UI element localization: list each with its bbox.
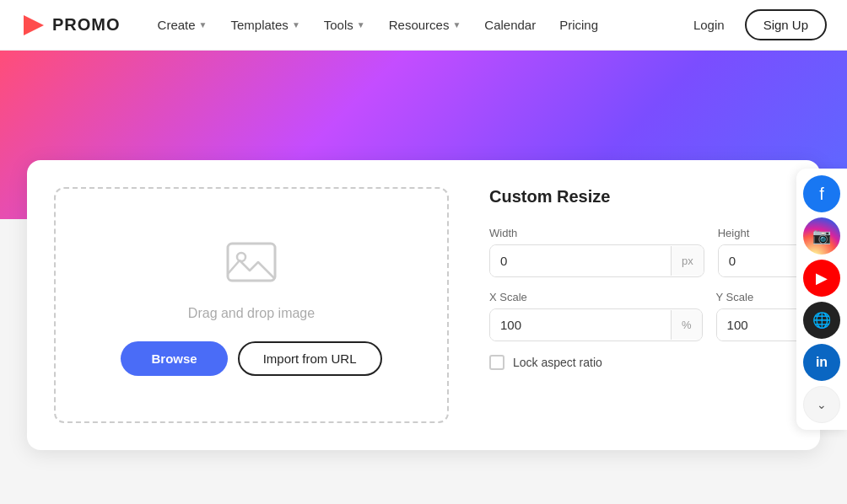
social-youtube-button[interactable]: ▶ xyxy=(803,260,840,297)
svg-point-2 xyxy=(237,253,245,261)
social-instagram-button[interactable]: 📷 xyxy=(803,217,840,255)
width-label: Width xyxy=(489,227,704,239)
chevron-down-icon: ▼ xyxy=(452,20,461,29)
page-wrapper: Drag and drop image Browse Import from U… xyxy=(0,51,847,504)
chevron-down-icon: ▼ xyxy=(292,20,300,29)
nav-create[interactable]: Create ▼ xyxy=(148,11,218,39)
nav-tools[interactable]: Tools ▼ xyxy=(314,11,375,39)
resize-row-scale: X Scale % Y Scale % xyxy=(489,291,793,341)
social-facebook-button[interactable]: f xyxy=(803,175,840,212)
resize-panel: Custom Resize Width px Height px xyxy=(489,187,793,423)
main-card: Drag and drop image Browse Import from U… xyxy=(27,160,820,450)
brand-name: PROMO xyxy=(52,15,121,35)
drag-drop-text: Drag and drop image xyxy=(188,306,315,321)
width-unit: px xyxy=(671,246,704,276)
browse-button[interactable]: Browse xyxy=(121,341,227,376)
xscale-input[interactable] xyxy=(490,309,671,340)
svg-marker-0 xyxy=(24,15,44,35)
nav-calendar[interactable]: Calendar xyxy=(474,11,546,39)
svg-rect-1 xyxy=(228,244,275,281)
nav-pricing[interactable]: Pricing xyxy=(549,11,608,39)
nav-right: Login Sign Up xyxy=(683,9,827,40)
navbar: PROMO Create ▼ Templates ▼ Tools ▼ Resou… xyxy=(0,0,847,51)
login-button[interactable]: Login xyxy=(683,11,735,39)
chevron-down-icon: ▼ xyxy=(357,20,365,29)
resize-row-dimensions: Width px Height px xyxy=(489,227,793,277)
signup-button[interactable]: Sign Up xyxy=(745,9,827,40)
width-input-wrap: px xyxy=(489,244,704,277)
social-globe-button[interactable]: 🌐 xyxy=(803,302,840,339)
upload-buttons: Browse Import from URL xyxy=(121,341,381,376)
image-icon xyxy=(224,235,278,292)
chevron-down-icon: ▼ xyxy=(199,20,208,29)
logo[interactable]: PROMO xyxy=(20,12,121,39)
nav-resources[interactable]: Resources ▼ xyxy=(379,11,472,39)
width-input[interactable] xyxy=(490,245,671,276)
resize-title: Custom Resize xyxy=(489,187,793,206)
xscale-unit: % xyxy=(671,310,702,340)
social-expand-button[interactable]: ⌄ xyxy=(803,386,840,423)
lock-aspect-checkbox[interactable] xyxy=(489,355,504,370)
width-field: Width px xyxy=(489,227,704,277)
nav-templates[interactable]: Templates ▼ xyxy=(221,11,310,39)
social-linkedin-button[interactable]: in xyxy=(803,344,840,381)
lock-aspect-row: Lock aspect ratio xyxy=(489,355,793,370)
social-sidebar: f 📷 ▶ 🌐 in ⌄ xyxy=(796,169,847,430)
xscale-input-wrap: % xyxy=(489,308,703,341)
lock-aspect-label: Lock aspect ratio xyxy=(513,356,602,369)
upload-area[interactable]: Drag and drop image Browse Import from U… xyxy=(54,187,449,423)
xscale-field: X Scale % xyxy=(489,291,703,341)
xscale-label: X Scale xyxy=(489,291,703,303)
import-url-button[interactable]: Import from URL xyxy=(238,341,382,376)
nav-items: Create ▼ Templates ▼ Tools ▼ Resources ▼… xyxy=(148,11,683,39)
